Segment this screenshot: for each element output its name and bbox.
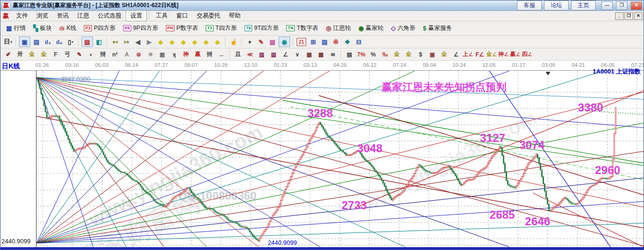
- menu-item-trade-order[interactable]: 交易委托: [192, 11, 225, 21]
- menu-item-tools[interactable]: 工具: [152, 11, 172, 21]
- titlebar-button-forum[interactable]: 论坛: [544, 0, 569, 10]
- bottom-scrollbar[interactable]: [0, 247, 644, 250]
- draw-price-tag-icon[interactable]: $: [415, 50, 426, 59]
- draw-f-comb-icon[interactable]: F: [50, 50, 61, 59]
- titlebar-button-homepage[interactable]: 主页: [571, 0, 596, 10]
- child-restore-button[interactable]: ❐: [625, 12, 633, 20]
- draw-gann-grid-icon[interactable]: 且: [233, 50, 244, 59]
- draw-double-comb-icon[interactable]: 卌: [98, 50, 109, 59]
- tool-diamond-all-compress-icon[interactable]: ◆: [212, 37, 223, 46]
- draw-circle-gauge-icon[interactable]: ◐: [86, 50, 97, 59]
- tool-print-icon[interactable]: ⊟: [354, 37, 364, 46]
- tool-step-forward-icon[interactable]: ▶: [144, 37, 154, 46]
- draw-percent-icon[interactable]: %: [368, 50, 379, 59]
- toolbar-item-t-square[interactable]: T3T四方形: [202, 24, 241, 32]
- draw-n-squared-icon[interactable]: n²: [109, 50, 120, 59]
- tool-hand-pan-icon[interactable]: ☝: [228, 37, 239, 46]
- tool-info-doc-icon[interactable]: ▤: [31, 37, 42, 46]
- draw-stats-table-icon[interactable]: ▤: [344, 50, 355, 59]
- restore-button[interactable]: ❐: [616, 1, 627, 10]
- draw-angle-gold-icon[interactable]: 金∠: [486, 50, 497, 59]
- menu-item-help[interactable]: 帮助: [225, 11, 245, 21]
- draw-box-tool-icon[interactable]: ▣: [427, 50, 438, 59]
- tool-calendar-icon[interactable]: 21: [297, 38, 306, 46]
- toolbar-item-sectors[interactable]: ▚板块: [29, 24, 55, 32]
- draw-percent-line-icon[interactable]: ‰: [380, 50, 390, 59]
- draw-angle-shang-icon[interactable]: 上∠: [463, 50, 473, 59]
- tool-step-back-icon[interactable]: ◀: [133, 37, 143, 46]
- toolbar-item-gann-wheel[interactable]: ◎江恩轮: [322, 24, 354, 32]
- draw-mirror-a-icon[interactable]: A: [121, 50, 132, 59]
- draw-angle-ying-icon[interactable]: 赢∠: [510, 50, 521, 59]
- tool-notepad-icon[interactable]: ▤: [319, 37, 330, 46]
- draw-width-measure-icon[interactable]: ↔: [216, 50, 227, 59]
- tool-brain-pattern-icon[interactable]: ◉: [279, 37, 290, 47]
- toolbar-item-t-number-table[interactable]: TNT数字表: [282, 24, 322, 32]
- draw-bow-comb-icon[interactable]: 弓: [62, 50, 73, 59]
- tool-highlight-tool-icon[interactable]: ▨: [82, 37, 93, 47]
- draw-angle-simple-icon[interactable]: ∠: [451, 50, 462, 59]
- draw-fan-box-2-icon[interactable]: ▧: [268, 50, 279, 59]
- draw-shen-comb-icon[interactable]: 神: [181, 50, 191, 59]
- tool-annotate-pen-icon[interactable]: ✎: [256, 37, 266, 46]
- draw-ying-comb-icon[interactable]: 赢: [192, 50, 203, 59]
- toolbar-item-9p-square[interactable]: P99P四方形: [119, 24, 162, 32]
- draw-web-grid-icon[interactable]: ▩: [157, 50, 168, 59]
- draw-parallel-lines-icon[interactable]: ≋: [327, 50, 338, 59]
- draw-ruler-123-icon[interactable]: 卌: [204, 50, 215, 59]
- close-button[interactable]: ✕: [631, 1, 642, 10]
- tool-pattern-window-icon[interactable]: ▣: [19, 37, 30, 47]
- toolbar-item-9t-square[interactable]: T99T四方形: [241, 24, 283, 32]
- tool-jump-end-icon[interactable]: ↦: [121, 37, 132, 46]
- draw-target-circle-icon[interactable]: ⊕: [133, 50, 144, 59]
- tool-jump-start-icon[interactable]: ↤: [110, 37, 120, 46]
- toolbar-item-p-square[interactable]: P3P四方形: [80, 24, 119, 32]
- draw-seven-percent-icon[interactable]: 7%: [356, 50, 367, 59]
- menu-item-formula-stock-pick[interactable]: 公式选股: [93, 11, 126, 21]
- draw-angle-f-icon[interactable]: F∠: [474, 50, 485, 59]
- draw-gold-line-icon[interactable]: 金: [403, 50, 414, 59]
- toolbar-item-quotes[interactable]: ▦行情: [2, 24, 29, 32]
- menu-item-news[interactable]: 资讯: [53, 11, 73, 21]
- tool-period-day-dropdown-icon[interactable]: 日: [3, 37, 13, 46]
- tool-calculator-icon[interactable]: ⊞: [308, 37, 318, 46]
- draw-measure-pencil-icon[interactable]: ✎: [74, 50, 85, 59]
- tool-bars-9-icon[interactable]: ıl₉: [54, 37, 64, 46]
- draw-gann-fan-icon[interactable]: ≪: [245, 50, 255, 59]
- titlebar-button-customer-service[interactable]: 客服: [517, 0, 542, 10]
- toolbar-item-hexagon[interactable]: ◇六角形: [387, 24, 419, 32]
- menu-item-window[interactable]: 窗口: [172, 11, 192, 21]
- child-close-button[interactable]: ✕: [634, 12, 643, 20]
- menu-item-gann[interactable]: 江恩: [73, 11, 93, 21]
- toolbar-item-winner-wheel[interactable]: ◉赢家轮: [354, 24, 387, 32]
- draw-gold-comb-2-icon[interactable]: 金: [38, 50, 49, 59]
- tool-crosshair-icon[interactable]: +: [245, 37, 255, 46]
- draw-gann-star-icon[interactable]: ✳: [145, 50, 156, 59]
- toolbar-item-p-number-table[interactable]: PNP数字表: [162, 24, 202, 32]
- draw-gold-circle-icon[interactable]: 金: [391, 50, 402, 59]
- tool-chip-tool-icon[interactable]: ▧: [267, 37, 278, 46]
- tool-color-chart-icon[interactable]: ◧: [94, 37, 104, 46]
- tool-export-web-icon[interactable]: ❖: [342, 37, 353, 46]
- tool-diamond-all-expand-icon[interactable]: ◆: [201, 37, 211, 46]
- draw-gold-comb-1-icon[interactable]: 金: [27, 50, 37, 59]
- tool-save-icon[interactable]: ✇: [331, 37, 341, 46]
- menu-item-file[interactable]: 文件: [12, 11, 32, 21]
- draw-fan-box-1-icon[interactable]: ▨: [256, 50, 267, 59]
- tool-diamond-h-compress-icon[interactable]: ◆: [190, 37, 200, 46]
- draw-grid-box-2-icon[interactable]: ▩: [316, 50, 327, 59]
- child-minimize-button[interactable]: _: [615, 12, 624, 20]
- toolbar-item-kline[interactable]: ılıK线: [55, 24, 80, 32]
- menu-item-settings[interactable]: 设置: [126, 10, 147, 21]
- candlestick-chart[interactable]: 赢家财富网www.yingjia360.comwww.yingjia360.co…: [36, 71, 644, 247]
- menu-item-browse[interactable]: 浏览: [32, 11, 53, 21]
- draw-v-lines-icon[interactable]: ∨: [292, 50, 303, 59]
- tool-candle-style-dropdown-icon[interactable]: ▯: [65, 37, 76, 46]
- tool-diamond-h-expand-icon[interactable]: ◆: [178, 37, 189, 46]
- draw-angle-si-icon[interactable]: 四∠: [522, 50, 533, 59]
- tool-diamond-right-icon[interactable]: ◆: [167, 37, 177, 46]
- draw-grid-box-1-icon[interactable]: ▦: [304, 50, 315, 59]
- draw-angle-shen-icon[interactable]: 神∠: [498, 50, 509, 59]
- tool-diamond-left-icon[interactable]: ◆: [155, 37, 166, 46]
- draw-gold-line-2-icon[interactable]: 金: [439, 50, 450, 59]
